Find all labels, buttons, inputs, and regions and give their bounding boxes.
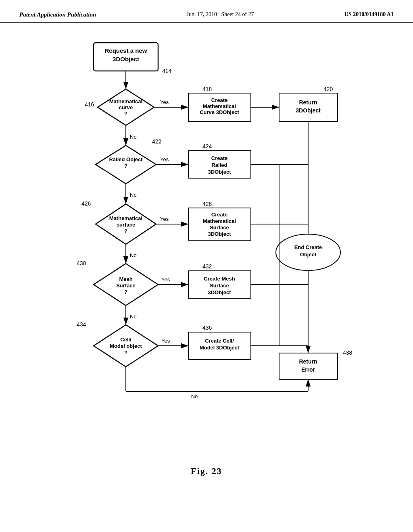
svg-text:438: 438 (343, 349, 353, 356)
svg-text:Create: Create (211, 212, 227, 218)
svg-text:426: 426 (81, 200, 91, 207)
svg-text:?: ? (124, 228, 127, 234)
svg-text:End Create: End Create (294, 244, 322, 250)
svg-text:Error: Error (301, 366, 315, 373)
svg-text:Cell/: Cell/ (120, 337, 131, 343)
svg-text:3DObject: 3DObject (296, 107, 321, 114)
page-header: Patent Application Publication Jun. 17, … (0, 0, 413, 23)
flowchart-svg: Request a new 3DObject 414 Mathematical … (41, 39, 372, 450)
svg-text:Yes: Yes (160, 216, 169, 222)
svg-text:Request a new: Request a new (104, 47, 147, 54)
svg-text:432: 432 (202, 263, 212, 270)
svg-text:No: No (191, 393, 198, 399)
svg-text:Mesh: Mesh (119, 276, 132, 282)
svg-text:3DObject: 3DObject (208, 169, 231, 175)
svg-text:Object: Object (300, 251, 317, 258)
svg-text:?: ? (124, 110, 127, 116)
svg-text:No: No (130, 314, 137, 320)
svg-text:Mathematical: Mathematical (109, 215, 142, 221)
svg-text:?: ? (124, 289, 127, 295)
svg-text:Create Cell/: Create Cell/ (205, 338, 234, 344)
svg-text:Model object: Model object (110, 343, 142, 349)
svg-text:surface: surface (117, 222, 135, 228)
svg-text:414: 414 (162, 68, 172, 74)
header-center: Jun. 17, 2010 Sheet 24 of 27 (186, 11, 254, 18)
svg-text:420: 420 (323, 86, 333, 92)
svg-text:Surface: Surface (210, 224, 229, 231)
svg-text:Create Mesh: Create Mesh (204, 276, 235, 282)
svg-text:Yes: Yes (160, 156, 169, 162)
svg-text:?: ? (124, 349, 127, 355)
svg-text:Model 3DObject: Model 3DObject (200, 345, 240, 351)
svg-text:Return: Return (299, 358, 317, 365)
svg-text:Create: Create (211, 155, 227, 161)
svg-text:424: 424 (202, 143, 212, 150)
svg-text:Yes: Yes (161, 338, 170, 344)
svg-text:Yes: Yes (160, 99, 169, 105)
svg-text:Mathematical: Mathematical (203, 103, 236, 109)
svg-text:3DObject: 3DObject (113, 56, 139, 62)
svg-text:Return: Return (299, 99, 317, 106)
svg-text:?: ? (124, 163, 127, 169)
svg-text:Mathematical: Mathematical (203, 218, 236, 224)
svg-text:Yes: Yes (161, 276, 170, 283)
svg-text:No: No (130, 252, 137, 258)
svg-text:Surface: Surface (116, 283, 136, 289)
figure-caption: Fig. 23 (0, 466, 413, 476)
svg-text:Railed Object: Railed Object (109, 156, 143, 162)
publication-title: Patent Application Publication (19, 11, 96, 18)
diagram-container: Request a new 3DObject 414 Mathematical … (0, 31, 413, 458)
svg-text:Curve 3DObject: Curve 3DObject (200, 109, 239, 115)
svg-text:Surface: Surface (210, 283, 229, 289)
svg-text:418: 418 (202, 86, 212, 92)
publication-date: Jun. 17, 2010 (186, 11, 217, 17)
svg-text:430: 430 (77, 260, 86, 266)
svg-text:No: No (130, 134, 137, 140)
svg-text:3DObject: 3DObject (208, 231, 231, 237)
svg-text:3DObject: 3DObject (208, 289, 231, 295)
svg-text:Railed: Railed (211, 162, 227, 168)
svg-text:416: 416 (85, 101, 94, 108)
svg-text:No: No (130, 192, 137, 198)
svg-text:Mathematical: Mathematical (109, 98, 142, 104)
svg-text:436: 436 (202, 324, 212, 331)
svg-text:Create: Create (211, 97, 227, 103)
patent-number: US 2010/0149180 A1 (344, 11, 394, 18)
svg-text:428: 428 (202, 201, 212, 207)
svg-text:422: 422 (152, 138, 162, 145)
svg-text:434: 434 (77, 321, 86, 328)
sheet-info: Sheet 24 of 27 (221, 11, 254, 17)
svg-text:curve: curve (119, 104, 133, 110)
main-content: Request a new 3DObject 414 Mathematical … (0, 23, 413, 497)
